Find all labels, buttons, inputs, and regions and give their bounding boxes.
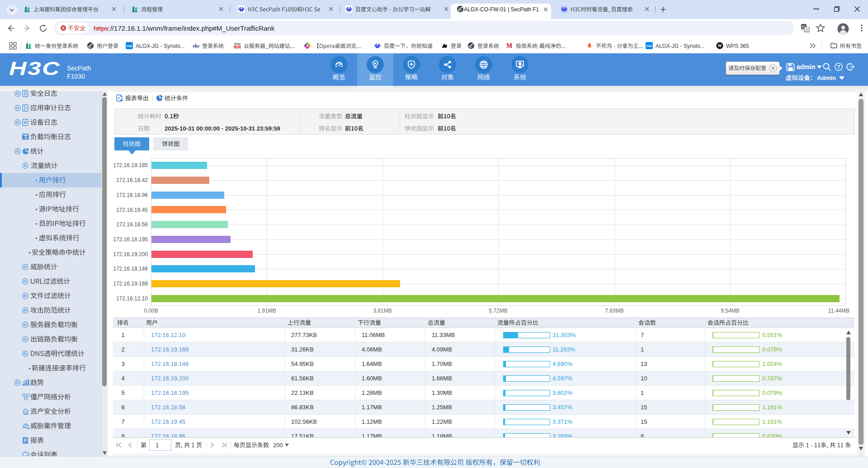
svg-text:DSM: DSM [646, 45, 652, 47]
svg-text:?: ? [837, 64, 840, 70]
svg-text:文: 文 [805, 28, 809, 32]
svg-text:Xinnet: Xinnet [234, 42, 241, 45]
svg-text:W: W [718, 43, 722, 48]
svg-text:DSM: DSM [127, 45, 132, 47]
svg-text:M: M [506, 42, 512, 49]
